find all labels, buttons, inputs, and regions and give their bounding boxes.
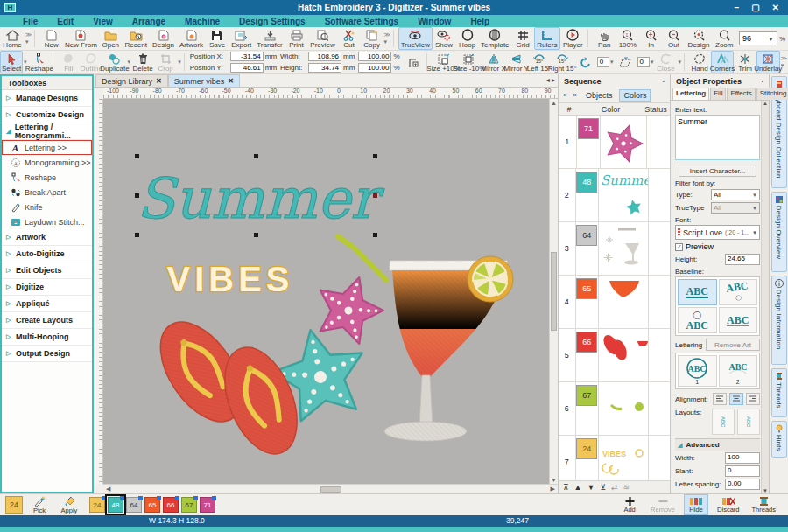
font-select[interactable]: Script Love ( 20 - 1... ▼: [675, 225, 760, 240]
type-select[interactable]: All▼: [711, 189, 760, 200]
crop-chevron-icon[interactable]: ▾: [177, 59, 182, 66]
skew-angle-input[interactable]: 0: [637, 57, 650, 67]
color-chip-71[interactable]: 71: [578, 118, 599, 139]
toolbox-artwork[interactable]: ▷Artwork: [2, 229, 92, 246]
move-to-bottom-icon[interactable]: ⊻: [600, 483, 606, 492]
toolbox-output-design[interactable]: ▷Output Design: [2, 346, 92, 362]
close-chevron-icon[interactable]: ▾: [677, 59, 682, 66]
tool-lettering[interactable]: A Lettering >>: [2, 140, 92, 155]
sequence-row-7[interactable]: 7 24 VIBES: [559, 436, 670, 480]
artwork-button[interactable]: Artwork: [177, 27, 206, 50]
minimize-button[interactable]: –: [735, 3, 740, 12]
palette-chip-67[interactable]: 67: [181, 497, 197, 513]
tool-knife[interactable]: Knife: [2, 200, 92, 214]
menu-help[interactable]: Help: [470, 17, 489, 26]
rulers-button[interactable]: Rulers: [534, 27, 560, 50]
select-tool-button[interactable]: Select: [0, 51, 23, 74]
design-canvas[interactable]: VIBES Summer: [103, 99, 549, 484]
scroll-up-icon[interactable]: ▲: [551, 100, 557, 106]
size-down-button[interactable]: Size -10%: [457, 51, 482, 74]
close-curve-button[interactable]: Close: [654, 51, 677, 74]
tab-design-library[interactable]: Design Library✕: [95, 74, 168, 87]
toolbox-create-layouts[interactable]: ▷Create Layouts: [2, 312, 92, 329]
tab-lettering[interactable]: Lettering: [672, 88, 709, 100]
close-button[interactable]: ✕: [772, 3, 779, 12]
palette-chip-66[interactable]: 66: [163, 497, 179, 513]
palette-chip-24[interactable]: 24: [89, 497, 105, 513]
menu-software-settings[interactable]: Software Settings: [325, 17, 398, 26]
menu-edit[interactable]: Edit: [57, 17, 74, 26]
home-button[interactable]: Home: [0, 27, 25, 50]
remove-color-button[interactable]: Remove: [647, 494, 679, 515]
new-from-button[interactable]: New From: [63, 27, 99, 50]
maximize-button[interactable]: ▢: [751, 3, 759, 12]
side-tab-design-information[interactable]: Design Information: [771, 276, 787, 365]
side-tab-threads[interactable]: Threads: [771, 368, 787, 417]
menu-view[interactable]: View: [93, 17, 113, 26]
current-color-chip[interactable]: 24: [5, 496, 23, 514]
pick-color-tool[interactable]: Pick: [26, 496, 53, 514]
height-input[interactable]: 24.65: [725, 254, 760, 265]
horizontal-scrollbar[interactable]: ◀ ▶: [103, 484, 558, 494]
insert-character-button[interactable]: Insert Character...: [679, 164, 756, 177]
flip-flops[interactable]: [144, 308, 311, 465]
vertical-scroll-thumb[interactable]: [551, 252, 557, 331]
mirror-y-button[interactable]: Mirror Y: [505, 51, 528, 74]
color-chip-24[interactable]: 24: [576, 438, 597, 459]
scroll-down-icon[interactable]: ▼: [763, 488, 768, 494]
pan-button[interactable]: Pan: [593, 27, 616, 50]
toolbox-customize-design[interactable]: ▷Customize Design: [2, 107, 92, 123]
hide-unused-button[interactable]: Hide: [684, 494, 708, 515]
trueview-button[interactable]: TrueView: [398, 27, 432, 50]
baseline-straight[interactable]: ABC: [678, 279, 717, 305]
tab-effects[interactable]: Effects: [727, 88, 755, 100]
color-chip-65[interactable]: 65: [576, 278, 597, 299]
menu-file[interactable]: File: [23, 17, 38, 26]
resequence-icon[interactable]: ⇄: [611, 483, 618, 492]
zoom-in-button[interactable]: In: [640, 27, 663, 50]
align-center-button[interactable]: [729, 393, 743, 405]
hand-stitch-button[interactable]: Hand: [688, 51, 711, 74]
zoom-button[interactable]: Zoom: [713, 27, 736, 50]
side-tab-design-overview[interactable]: Design Overview: [771, 192, 787, 272]
fill-button[interactable]: Fill: [57, 51, 80, 74]
menu-window[interactable]: Window: [418, 17, 451, 26]
orange-slice[interactable]: [468, 256, 513, 302]
scroll-down-icon[interactable]: ▼: [551, 477, 557, 483]
close-tab-icon[interactable]: ✕: [228, 77, 234, 85]
show-button[interactable]: Show: [433, 27, 456, 50]
sequence-tab-objects[interactable]: Objects: [581, 89, 617, 102]
template-button[interactable]: Template: [479, 27, 511, 50]
panel-menu-icon[interactable]: ▪: [762, 78, 763, 84]
threads-button[interactable]: Threads: [748, 494, 779, 515]
sequence-tab-colors[interactable]: Colors: [619, 89, 651, 102]
toolbar2-overflow-icon[interactable]: ≫▾: [780, 55, 788, 69]
underlay-button[interactable]: Underlay: [756, 51, 780, 74]
side-tab-hints[interactable]: Hints: [771, 421, 787, 458]
menu-design-settings[interactable]: Design Settings: [239, 17, 306, 26]
remove-art-button[interactable]: Remove Art: [706, 339, 760, 351]
rotate-right-15-button[interactable]: 15° Right 15°: [551, 51, 574, 74]
position-x-input[interactable]: -31.54: [230, 52, 264, 61]
recent-button[interactable]: Recent: [123, 27, 150, 50]
collapse-right-icon[interactable]: »: [571, 90, 578, 100]
baseline-arch-up[interactable]: ABC◯: [719, 279, 758, 305]
lock-aspect-button[interactable]: [402, 51, 425, 74]
art-option-1[interactable]: ABC 1: [678, 355, 717, 387]
player-button[interactable]: Player: [560, 27, 586, 50]
design-library-button[interactable]: Design: [150, 27, 177, 50]
adv-width-input[interactable]: 100: [725, 452, 760, 464]
toolbox-digitize[interactable]: ▷Digitize: [2, 279, 92, 296]
vertical-ruler[interactable]: [94, 99, 103, 484]
open-button[interactable]: Open: [99, 27, 123, 50]
transfer-button[interactable]: Transfer: [255, 27, 285, 50]
align-right-button[interactable]: [746, 393, 760, 405]
close-tab-icon[interactable]: ✕: [156, 77, 162, 85]
palette-chip-48[interactable]: 48: [108, 497, 123, 513]
sequence-row-6[interactable]: 6 67: [559, 382, 670, 436]
preview-button[interactable]: Preview: [308, 27, 338, 50]
discard-unused-button[interactable]: Discard: [714, 494, 742, 515]
copy-button[interactable]: Copy: [361, 27, 383, 50]
move-down-icon[interactable]: ▼: [587, 483, 595, 492]
vibes-text[interactable]: VIBES: [166, 260, 293, 298]
